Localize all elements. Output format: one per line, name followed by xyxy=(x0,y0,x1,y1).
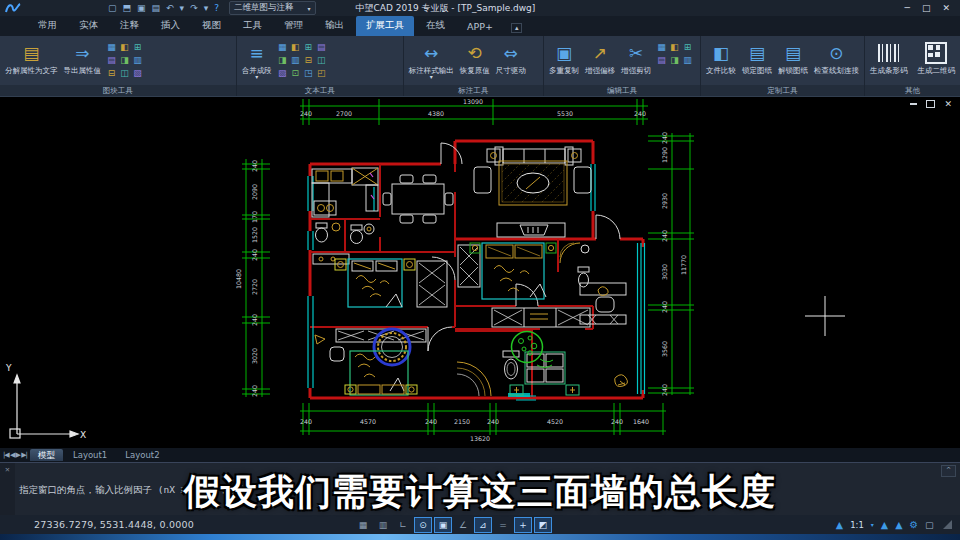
small-tool-icon[interactable]: ▦ xyxy=(105,41,118,54)
annotation-visibility-icon[interactable]: ▲ xyxy=(881,519,888,530)
unlock-drawing-button[interactable]: ▤ 解锁图纸 xyxy=(776,39,810,76)
annotation-autoscale-icon[interactable]: ▲ xyxy=(895,519,902,530)
save-file-icon[interactable]: ▣ xyxy=(137,3,146,13)
small-tool-icon[interactable]: ▤ xyxy=(105,54,118,67)
chevron-down-icon[interactable]: ▾ xyxy=(871,521,874,528)
udyn-icon[interactable]: + xyxy=(514,517,532,533)
small-tool-icon[interactable]: ▥ xyxy=(289,54,302,67)
lwt-icon[interactable]: = xyxy=(494,517,512,533)
doc-restore-icon[interactable] xyxy=(926,100,935,108)
polar-icon[interactable]: ⊙ xyxy=(414,517,432,533)
tab-annotate[interactable]: 注释 xyxy=(110,16,149,36)
close-button[interactable]: ✕ xyxy=(942,4,950,13)
grid-icon[interactable]: ▦ xyxy=(354,517,372,533)
small-tool-icon[interactable]: ⊡ xyxy=(289,67,302,80)
small-tool-icon[interactable]: ◫ xyxy=(315,54,328,67)
dim-drive-button[interactable]: ⇔ 尺寸驱动 xyxy=(494,39,528,76)
drawing-canvas[interactable]: ✕ 240 2700 4380 5530 240 13090 24 xyxy=(0,96,960,449)
tab-insert[interactable]: 插入 xyxy=(151,16,190,36)
osnap-icon[interactable]: ▣ xyxy=(434,517,452,533)
dimstyle-export-button[interactable]: ↔ 标注样式输出 ▾ xyxy=(407,39,456,80)
layout-nav-icons[interactable]: |◀ ◀ ▶ ▶| xyxy=(3,451,27,459)
tab-output[interactable]: 输出 xyxy=(315,16,354,36)
small-tool-icon[interactable]: ⊞ xyxy=(681,41,694,54)
small-tool-icon[interactable]: ▦ xyxy=(655,41,668,54)
dyn-icon[interactable]: ⊿ xyxy=(474,517,492,533)
annotation-scale-label[interactable]: 1:1 xyxy=(850,520,864,530)
tablet-icon[interactable]: ◩ xyxy=(534,517,552,533)
small-tool-icon[interactable]: ⊞ xyxy=(302,41,315,54)
tab-tools[interactable]: 工具 xyxy=(233,16,272,36)
small-tool-icon[interactable]: ▤ xyxy=(315,41,328,54)
undo-caret-icon[interactable]: ▾ xyxy=(180,3,185,13)
plot-icon[interactable]: ▤ xyxy=(152,3,161,13)
generate-barcode-button[interactable]: 生成条形码 xyxy=(868,39,910,76)
clean-screen-icon[interactable]: ▢ xyxy=(925,519,934,530)
button-label: 检查线划连接 xyxy=(814,66,859,75)
tab-view[interactable]: 视图 xyxy=(192,16,231,36)
workspace-dropdown[interactable]: 二维草图与注释 ▾ xyxy=(229,1,316,15)
small-tool-icon[interactable]: ◧ xyxy=(289,41,302,54)
tab-home[interactable]: 常用 xyxy=(28,16,67,36)
ribbon-collapse-icon[interactable]: ▴ xyxy=(511,23,523,33)
lock-drawing-button[interactable]: ▤ 锁定图纸 xyxy=(740,39,774,76)
tab-manage[interactable]: 管理 xyxy=(274,16,313,36)
restore-dim-value-button[interactable]: ⟲ 恢复原值 xyxy=(458,39,492,76)
help-icon[interactable]: ? xyxy=(214,3,219,13)
redo-icon[interactable]: ↷ xyxy=(190,3,198,13)
maximize-button[interactable]: □ xyxy=(922,4,931,13)
explode-attributes-button[interactable]: ▤ 分解属性为文字 xyxy=(3,39,60,76)
enhanced-offset-button[interactable]: ↗ 增强偏移 xyxy=(583,39,617,76)
resize-grip[interactable] xyxy=(943,520,952,529)
annotation-scale-icon[interactable]: ▲ xyxy=(836,519,843,530)
document-window-controls: ✕ xyxy=(910,100,952,108)
small-tool-icon[interactable]: ▦ xyxy=(276,41,289,54)
small-tool-icon[interactable]: ⊞ xyxy=(131,41,144,54)
small-tool-icon[interactable]: ▥ xyxy=(681,54,694,67)
open-file-icon[interactable]: ⬒ xyxy=(123,3,132,13)
file-compare-button[interactable]: ◧ 文件比较 xyxy=(704,39,738,76)
tab-model[interactable]: 模型 xyxy=(30,449,63,461)
small-tool-icon[interactable]: ◨ xyxy=(668,54,681,67)
generate-qrcode-button[interactable]: 生成二维码 xyxy=(916,39,958,76)
crosshair-cursor xyxy=(805,296,845,336)
small-tool-icon[interactable]: ◧ xyxy=(668,41,681,54)
window-title: 中望CAD 2019 专业版 - [TP_Sample.dwg] xyxy=(356,2,536,15)
export-attribute-values-button[interactable]: ⇒ 导出属性值 xyxy=(62,39,104,76)
tab-layout1[interactable]: Layout1 xyxy=(65,449,115,461)
small-tool-icon[interactable]: ◰ xyxy=(315,67,328,80)
snap-icon[interactable]: ▥ xyxy=(374,517,392,533)
small-tool-icon[interactable]: ▧ xyxy=(276,67,289,80)
tab-express-tools[interactable]: 扩展工具 xyxy=(356,16,414,36)
new-file-icon[interactable]: ▢ xyxy=(108,3,117,13)
small-tool-icon[interactable]: ⊟ xyxy=(105,67,118,80)
small-tool-icon[interactable]: ▤ xyxy=(655,54,668,67)
multiple-copy-button[interactable]: ▣ 多重复制 xyxy=(547,39,581,76)
merge-paragraph-button[interactable]: ≡ 合并成段 ▾ xyxy=(240,39,274,80)
small-tool-icon[interactable]: ◳ xyxy=(302,67,315,80)
enhanced-trim-button[interactable]: ✂ 增强剪切 xyxy=(619,39,653,76)
tab-layout2[interactable]: Layout2 xyxy=(117,449,167,461)
check-line-connection-button[interactable]: ⊙ 检查线划连接 xyxy=(812,39,861,76)
small-tool-icon[interactable]: ▥ xyxy=(131,54,144,67)
export-attribute-values-icon: ⇒ xyxy=(75,40,89,66)
undo-icon[interactable]: ↶ xyxy=(166,3,174,13)
otrack-icon[interactable]: ∠ xyxy=(454,517,472,533)
small-tool-icon[interactable]: ◨ xyxy=(276,54,289,67)
minimize-button[interactable]: ─ xyxy=(905,4,910,13)
gear-icon[interactable]: ⚙ xyxy=(909,519,918,530)
small-tool-icon[interactable]: ◫ xyxy=(118,67,131,80)
redo-caret-icon[interactable]: ▾ xyxy=(204,3,209,13)
tab-online[interactable]: 在线 xyxy=(416,16,455,36)
dimstyle-export-icon: ↔ xyxy=(424,40,438,66)
tab-solid[interactable]: 实体 xyxy=(69,16,108,36)
button-label: 解锁图纸 xyxy=(778,66,808,75)
small-tool-icon[interactable]: ◨ xyxy=(118,54,131,67)
doc-minimize-icon[interactable] xyxy=(910,103,917,105)
small-tool-icon[interactable]: ▧ xyxy=(131,67,144,80)
doc-close-icon[interactable]: ✕ xyxy=(944,100,952,108)
small-tool-icon[interactable]: ⊟ xyxy=(302,54,315,67)
small-tool-icon[interactable]: ◧ xyxy=(118,41,131,54)
ortho-icon[interactable]: ∟ xyxy=(394,517,412,533)
tab-app-plus[interactable]: APP+ xyxy=(457,18,503,36)
